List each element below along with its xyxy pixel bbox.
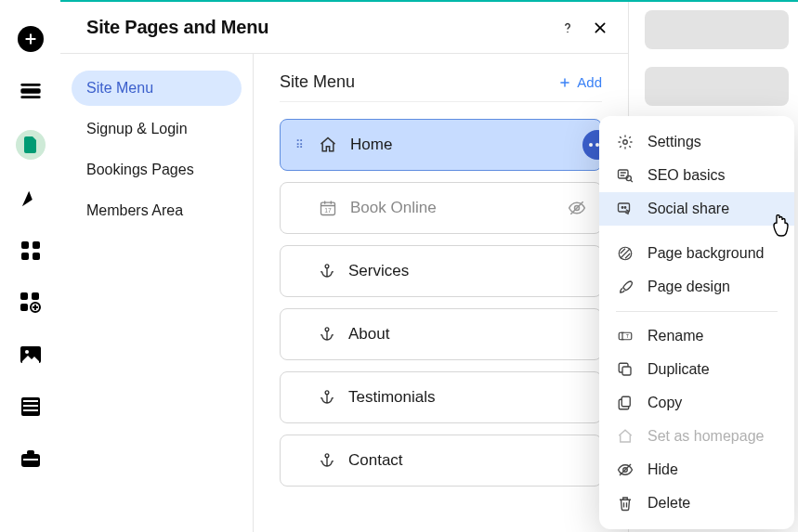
svg-rect-7: [20, 292, 28, 300]
close-icon[interactable]: [593, 20, 608, 35]
menu-page-background[interactable]: Page background: [599, 237, 794, 270]
duplicate-icon: [616, 361, 634, 378]
svg-rect-39: [622, 367, 631, 375]
svg-text:T: T: [626, 333, 630, 339]
page-row-book-online[interactable]: ⠿ 17 Book Online: [280, 182, 602, 234]
svg-point-30: [623, 140, 628, 145]
menu-copy[interactable]: Copy: [599, 386, 794, 420]
sidebar-item-bookings[interactable]: Bookings Pages: [72, 152, 242, 188]
menu-delete[interactable]: Delete: [599, 487, 794, 520]
svg-point-20: [589, 143, 593, 147]
svg-rect-2: [20, 96, 40, 98]
drag-handle-icon[interactable]: ⠿: [295, 138, 304, 151]
add-page-button[interactable]: Add: [558, 74, 602, 90]
page-row-about[interactable]: ⠿ About: [280, 308, 602, 360]
apps-icon[interactable]: [18, 238, 44, 264]
menu-social-share[interactable]: Social share: [599, 192, 794, 226]
svg-rect-17: [27, 450, 34, 455]
sidebar-item-members[interactable]: Members Area: [72, 193, 242, 228]
svg-point-35: [624, 207, 626, 209]
hidden-icon: [568, 199, 586, 217]
svg-point-29: [325, 454, 329, 458]
menu-page-design[interactable]: Page design: [599, 270, 794, 304]
add-icon[interactable]: [18, 26, 44, 52]
svg-rect-14: [23, 405, 38, 407]
panel-header: Site Pages and Menu: [60, 2, 628, 54]
svg-point-26: [325, 265, 329, 268]
page-row-home[interactable]: ⠿ Home: [280, 119, 602, 171]
canvas-element: [645, 67, 789, 106]
panel-title: Site Pages and Menu: [86, 17, 268, 38]
calendar-icon: 17: [319, 199, 337, 217]
section-title: Site Menu: [280, 72, 355, 92]
svg-point-34: [621, 207, 623, 209]
sections-icon[interactable]: [18, 78, 44, 104]
menu-hide[interactable]: Hide: [599, 453, 794, 487]
pages-icon[interactable]: [16, 130, 46, 160]
plugins-icon[interactable]: [18, 290, 44, 316]
anchor-icon: [319, 263, 335, 279]
svg-rect-13: [23, 400, 38, 402]
menu-seo[interactable]: SEO basics: [599, 159, 794, 192]
svg-rect-4: [33, 241, 40, 249]
svg-point-11: [25, 350, 29, 354]
brush-icon: [616, 279, 634, 295]
page-row-contact[interactable]: ⠿ Contact: [280, 435, 602, 487]
gear-icon: [616, 134, 634, 150]
design-icon[interactable]: [18, 186, 44, 212]
svg-rect-18: [23, 459, 38, 461]
menu-set-homepage: Set as homepage: [599, 420, 794, 453]
page-row-services[interactable]: ⠿ Services: [280, 245, 602, 297]
share-icon: [616, 201, 634, 217]
svg-point-28: [325, 391, 329, 395]
cms-icon[interactable]: [18, 394, 44, 420]
help-icon[interactable]: [559, 19, 576, 36]
menu-rename[interactable]: T Rename: [599, 319, 794, 353]
svg-text:17: 17: [324, 207, 332, 214]
page-row-testimonials[interactable]: ⠿ Testimonials: [280, 371, 602, 423]
svg-rect-9: [32, 292, 39, 300]
anchor-icon: [319, 389, 335, 406]
copy-icon: [616, 395, 634, 411]
sidebar-item-signup-login[interactable]: Signup & Login: [72, 111, 242, 147]
business-icon[interactable]: [18, 446, 44, 472]
svg-rect-0: [20, 84, 40, 86]
svg-rect-5: [21, 253, 29, 260]
svg-rect-6: [33, 253, 40, 260]
page-list: ⠿ Home ⠿ 17 Book Online: [280, 119, 602, 487]
svg-rect-40: [621, 396, 630, 407]
trash-icon: [616, 495, 634, 512]
panel-sidebar: Site Menu Signup & Login Bookings Pages …: [60, 54, 254, 532]
pattern-icon: [616, 245, 634, 262]
svg-rect-3: [21, 241, 29, 249]
context-menu: Settings SEO basics Social share Page ba…: [599, 116, 794, 529]
svg-point-19: [567, 31, 569, 32]
menu-duplicate[interactable]: Duplicate: [599, 353, 794, 386]
left-rail: [0, 0, 60, 532]
rename-icon: T: [616, 328, 634, 344]
svg-rect-8: [20, 304, 28, 311]
canvas-element: [645, 10, 789, 49]
panel-main: Site Menu Add ⠿ Home: [254, 54, 628, 532]
anchor-icon: [319, 326, 335, 343]
svg-point-27: [325, 328, 329, 331]
home-icon: [616, 428, 634, 445]
pages-panel: Site Pages and Menu Site Menu Signup & L…: [60, 2, 629, 532]
anchor-icon: [319, 452, 335, 469]
seo-icon: [616, 167, 634, 184]
media-icon[interactable]: [18, 342, 44, 368]
hide-icon: [616, 461, 634, 478]
sidebar-item-site-menu[interactable]: Site Menu: [72, 71, 242, 106]
svg-rect-15: [23, 409, 38, 411]
menu-settings[interactable]: Settings: [599, 125, 794, 159]
svg-rect-1: [20, 88, 40, 93]
home-icon: [319, 136, 337, 154]
